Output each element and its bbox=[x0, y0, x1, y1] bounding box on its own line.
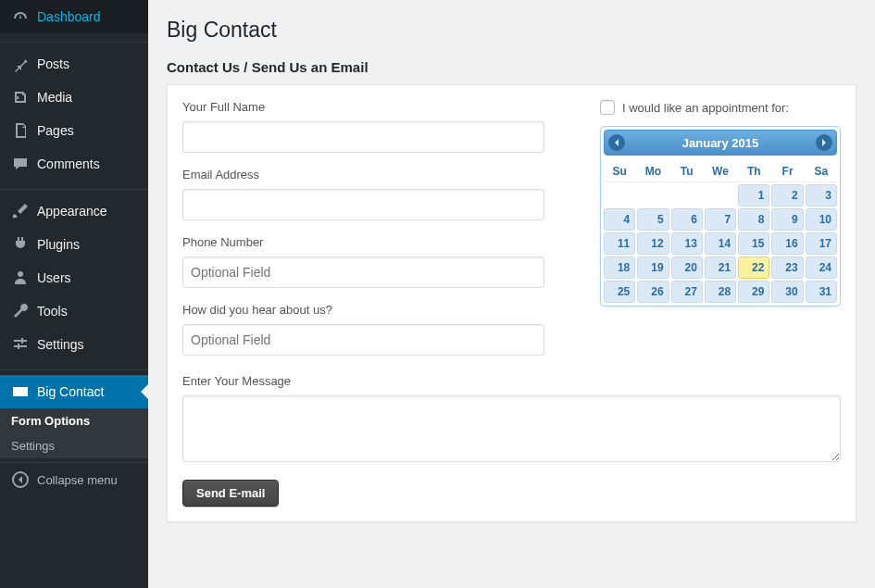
appointment-checkbox[interactable] bbox=[600, 100, 615, 115]
cal-day[interactable]: 5 bbox=[637, 208, 669, 231]
cal-day[interactable]: 12 bbox=[637, 232, 669, 255]
cal-day[interactable]: 19 bbox=[637, 256, 669, 279]
cal-day[interactable]: 4 bbox=[604, 208, 635, 231]
cal-day[interactable]: 21 bbox=[705, 256, 736, 279]
menu-separator bbox=[0, 185, 148, 190]
section-title: Contact Us / Send Us an Email bbox=[167, 59, 856, 75]
cal-day[interactable]: 30 bbox=[771, 281, 803, 303]
cal-dow: Mo bbox=[637, 159, 669, 180]
cal-day[interactable]: 16 bbox=[771, 232, 803, 255]
sidebar-label: Users bbox=[37, 270, 71, 285]
cal-day[interactable]: 25 bbox=[604, 281, 635, 303]
chevron-right-icon bbox=[819, 138, 829, 147]
cal-day[interactable]: 8 bbox=[738, 208, 769, 231]
plug-icon bbox=[11, 235, 30, 254]
cal-day[interactable]: 22 bbox=[738, 256, 769, 279]
send-email-button[interactable]: Send E-mail bbox=[182, 480, 279, 507]
cal-dow: We bbox=[705, 159, 736, 180]
cal-title: January 2015 bbox=[682, 136, 758, 150]
phone-input[interactable] bbox=[182, 256, 544, 288]
appointment-label: I would like an appointment for: bbox=[622, 101, 789, 115]
main-content: Big Contact Contact Us / Send Us an Emai… bbox=[148, 0, 875, 588]
chevron-left-icon bbox=[612, 138, 621, 147]
dashboard-icon bbox=[11, 7, 30, 26]
cal-day[interactable]: 23 bbox=[771, 256, 803, 279]
hear-input[interactable] bbox=[182, 324, 544, 356]
page-icon bbox=[11, 121, 30, 140]
cal-day[interactable]: 28 bbox=[705, 281, 736, 303]
cal-day[interactable]: 1 bbox=[738, 184, 769, 206]
sidebar-label: Dashboard bbox=[37, 9, 101, 24]
cal-day[interactable]: 9 bbox=[771, 208, 803, 231]
cal-day[interactable]: 15 bbox=[738, 232, 769, 255]
submenu-item-settings[interactable]: Settings bbox=[0, 433, 148, 458]
sidebar-label: Plugins bbox=[37, 237, 80, 252]
cal-day[interactable]: 13 bbox=[671, 232, 703, 255]
cal-dow: Sa bbox=[806, 159, 837, 180]
datepicker: January 2015 SuMoTuWeThFrSa 123456789101… bbox=[600, 126, 841, 307]
collapse-icon bbox=[11, 470, 30, 489]
message-textarea[interactable] bbox=[182, 395, 841, 462]
email-input[interactable] bbox=[182, 189, 544, 220]
collapse-label: Collapse menu bbox=[37, 473, 118, 487]
mail-icon bbox=[11, 382, 30, 401]
sidebar-item-bigcontact[interactable]: Big Contact bbox=[0, 375, 148, 408]
sidebar-item-dashboard[interactable]: Dashboard bbox=[0, 0, 148, 33]
menu-separator bbox=[0, 366, 148, 370]
admin-sidebar: Dashboard Posts Media Pages Comments App… bbox=[0, 0, 148, 588]
cal-day[interactable]: 31 bbox=[806, 281, 837, 303]
cal-day[interactable]: 2 bbox=[771, 184, 803, 206]
cal-day[interactable]: 26 bbox=[637, 281, 669, 303]
name-label: Your Full Name bbox=[182, 100, 544, 114]
sidebar-item-appearance[interactable]: Appearance bbox=[0, 194, 148, 228]
name-input[interactable] bbox=[182, 121, 544, 153]
sliders-icon bbox=[11, 335, 30, 354]
email-label: Email Address bbox=[182, 168, 544, 181]
hear-label: How did you hear about us? bbox=[182, 303, 544, 317]
cal-dow: Su bbox=[604, 159, 635, 180]
cal-dow: Tu bbox=[671, 159, 703, 180]
cal-dow: Th bbox=[738, 159, 769, 180]
cal-next-button[interactable] bbox=[816, 134, 832, 151]
cal-day[interactable]: 29 bbox=[738, 281, 769, 303]
comment-icon bbox=[11, 155, 30, 173]
cal-day[interactable]: 14 bbox=[705, 232, 736, 255]
sidebar-label: Big Contact bbox=[37, 384, 104, 399]
cal-day[interactable]: 3 bbox=[806, 184, 837, 206]
cal-day[interactable]: 17 bbox=[806, 232, 837, 255]
sidebar-item-settings[interactable]: Settings bbox=[0, 328, 148, 361]
user-icon bbox=[11, 269, 30, 287]
sidebar-item-media[interactable]: Media bbox=[0, 81, 148, 114]
sidebar-item-posts[interactable]: Posts bbox=[0, 47, 148, 81]
collapse-menu[interactable]: Collapse menu bbox=[0, 462, 148, 496]
cal-day[interactable]: 10 bbox=[806, 208, 837, 231]
sidebar-item-tools[interactable]: Tools bbox=[0, 294, 148, 328]
pin-icon bbox=[11, 55, 30, 73]
sidebar-item-pages[interactable]: Pages bbox=[0, 114, 148, 147]
submenu-item-form-options[interactable]: Form Options bbox=[0, 408, 148, 433]
cal-day[interactable]: 11 bbox=[604, 232, 635, 255]
cal-day[interactable]: 7 bbox=[705, 208, 736, 231]
sidebar-item-comments[interactable]: Comments bbox=[0, 147, 148, 181]
sidebar-label: Appearance bbox=[37, 204, 107, 219]
sidebar-label: Settings bbox=[37, 337, 84, 352]
sidebar-label: Comments bbox=[37, 156, 100, 171]
media-icon bbox=[11, 88, 30, 106]
cal-day[interactable]: 27 bbox=[671, 281, 703, 303]
cal-dow: Fr bbox=[771, 159, 803, 180]
sidebar-label: Media bbox=[37, 90, 72, 105]
phone-label: Phone Number bbox=[182, 235, 544, 249]
cal-day[interactable]: 20 bbox=[671, 256, 703, 279]
cal-day[interactable]: 24 bbox=[806, 256, 837, 279]
message-label: Enter Your Message bbox=[182, 374, 841, 388]
cal-day[interactable]: 18 bbox=[604, 256, 635, 279]
sidebar-item-plugins[interactable]: Plugins bbox=[0, 228, 148, 261]
sidebar-item-users[interactable]: Users bbox=[0, 261, 148, 294]
cal-day[interactable]: 6 bbox=[671, 208, 703, 231]
wrench-icon bbox=[11, 302, 30, 320]
cal-prev-button[interactable] bbox=[608, 134, 625, 151]
sidebar-label: Tools bbox=[37, 304, 68, 319]
page-title: Big Contact bbox=[167, 9, 856, 46]
menu-separator bbox=[0, 38, 148, 43]
sidebar-submenu: Form Options Settings bbox=[0, 408, 148, 458]
